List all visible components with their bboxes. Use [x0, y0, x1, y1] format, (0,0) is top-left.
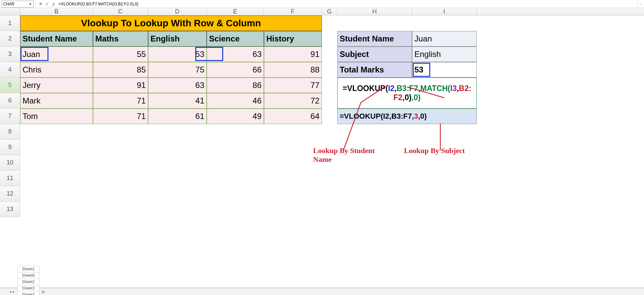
table-cell[interactable]: 91: [264, 47, 322, 62]
table-cell[interactable]: Mark: [20, 93, 93, 109]
lookup-marks-label[interactable]: Total Marks: [337, 62, 412, 78]
sheet-tab-bar: ◂ ▸ Sheet1Sheet6Sheet2Sheet3Sheet4ShoesS…: [0, 288, 644, 295]
row-header-2[interactable]: 2: [0, 31, 20, 47]
tab-next-icon[interactable]: ▸: [13, 289, 15, 294]
formula-2-text: =VLOOKUP(I2,B3:F7,3,0): [340, 112, 427, 121]
col-header-I[interactable]: I: [412, 8, 477, 16]
table-cell[interactable]: 85: [93, 62, 148, 78]
confirm-icon[interactable]: ✓: [44, 1, 50, 7]
formula-display-1[interactable]: =VLOOKUP(I2,B3:F7,MATCH(I3,B2: F2,0),0): [337, 78, 477, 109]
table-cell[interactable]: 72: [264, 93, 322, 109]
col-header-F[interactable]: F: [264, 8, 322, 16]
table-cell[interactable]: 53: [148, 47, 207, 62]
row-header-6[interactable]: 6: [0, 93, 20, 109]
tab-nav: ◂ ▸: [7, 289, 18, 294]
table-cell[interactable]: 71: [93, 109, 148, 124]
col-header-student[interactable]: Student Name: [20, 31, 93, 47]
col-header-english[interactable]: English: [148, 31, 207, 47]
col-header-E[interactable]: E: [207, 8, 264, 16]
expand-formula-bar-icon[interactable]: ⌄: [637, 1, 643, 7]
table-cell[interactable]: 41: [148, 93, 207, 109]
table-title[interactable]: Vlookup To Lookup With Row & Column: [20, 16, 322, 31]
row-header-7[interactable]: 7: [0, 109, 20, 124]
table-cell[interactable]: 55: [93, 47, 148, 62]
table-cell[interactable]: 71: [93, 93, 148, 109]
row-header-1[interactable]: 1: [0, 16, 20, 31]
table-cell[interactable]: 46: [207, 93, 264, 109]
sheet-tab-sheet2[interactable]: Sheet2: [18, 278, 39, 285]
col-header-D[interactable]: D: [148, 8, 207, 16]
col-header-blank[interactable]: [477, 8, 644, 16]
name-box[interactable]: CHAR ▾: [1, 1, 34, 7]
row-header-8[interactable]: 8: [0, 124, 20, 140]
table-cell[interactable]: 63: [148, 78, 207, 93]
table-cell[interactable]: 75: [148, 62, 207, 78]
col-header-G[interactable]: G: [322, 8, 337, 16]
table-cell[interactable]: 91: [93, 78, 148, 93]
table-cell[interactable]: 64: [264, 109, 322, 124]
select-all-corner[interactable]: [0, 8, 20, 16]
row-header-9[interactable]: 9: [0, 140, 20, 155]
row-header-13[interactable]: 13: [0, 202, 20, 217]
table-cell[interactable]: Chris: [20, 62, 93, 78]
fx-icon[interactable]: fx: [50, 1, 57, 7]
table-cell[interactable]: 88: [264, 62, 322, 78]
spreadsheet-grid: BCDEFGHI 12345678910111213 Vlookup To Lo…: [0, 8, 644, 288]
table-cell[interactable]: 77: [264, 78, 322, 93]
lookup-marks-value[interactable]: 53: [412, 62, 477, 78]
annotation-lookup-student: Lookup By Student Name: [313, 146, 380, 164]
column-headers: BCDEFGHI: [0, 8, 644, 16]
row-header-10[interactable]: 10: [0, 155, 20, 171]
formula-input[interactable]: [57, 1, 637, 7]
cancel-icon[interactable]: ✕: [37, 1, 44, 7]
row-header-11[interactable]: 11: [0, 171, 20, 186]
dropdown-icon[interactable]: ▾: [28, 2, 33, 6]
separator: ⋮: [34, 1, 37, 6]
formula-display-2[interactable]: =VLOOKUP(I2,B3:F7,3,0): [337, 109, 477, 124]
sheet-tab-sheet3[interactable]: Sheet3: [18, 285, 39, 291]
table-cell[interactable]: 66: [207, 62, 264, 78]
sheet-tab-sheet6[interactable]: Sheet6: [18, 272, 39, 278]
formula-colored-text: =VLOOKUP(I2,B3:F7,MATCH(I3,B2:: [343, 84, 471, 93]
add-sheet-icon[interactable]: ⊕: [40, 289, 46, 294]
lookup-subject-value[interactable]: English: [412, 47, 477, 62]
tab-prev-icon[interactable]: ◂: [9, 289, 11, 294]
table-cell[interactable]: 61: [148, 109, 207, 124]
table-cell[interactable]: 86: [207, 78, 264, 93]
row-headers: 12345678910111213: [0, 16, 20, 217]
formula-bar: CHAR ▾ ⋮ ✕ ✓ fx ⌄: [0, 0, 644, 8]
row-header-5[interactable]: 5: [0, 78, 20, 93]
row-header-4[interactable]: 4: [0, 62, 20, 78]
table-cell[interactable]: Jerry: [20, 78, 93, 93]
sheet-tab-sheet4[interactable]: Sheet4: [18, 291, 39, 295]
lookup-student-value[interactable]: Juan: [412, 31, 477, 47]
col-header-H[interactable]: H: [337, 8, 412, 16]
table-cell[interactable]: Juan: [20, 47, 93, 62]
annotation-lookup-subject: Lookup By Subject: [404, 146, 465, 155]
lookup-subject-label[interactable]: Subject: [337, 47, 412, 62]
lookup-student-label[interactable]: Student Name: [337, 31, 412, 47]
table-cell[interactable]: 63: [207, 47, 264, 62]
sheet-tab-sheet1[interactable]: Sheet1: [18, 266, 39, 272]
row-header-3[interactable]: 3: [0, 47, 20, 62]
row-header-12[interactable]: 12: [0, 186, 20, 202]
col-header-C[interactable]: C: [93, 8, 148, 16]
col-header-maths[interactable]: Maths: [93, 31, 148, 47]
table-cell[interactable]: Tom: [20, 109, 93, 124]
formula-colored-text-2: F2,0),0): [394, 93, 421, 102]
name-box-text: CHAR: [3, 2, 14, 6]
table-cell[interactable]: 49: [207, 109, 264, 124]
col-header-history[interactable]: History: [264, 31, 322, 47]
col-header-B[interactable]: B: [20, 8, 93, 16]
col-header-science[interactable]: Science: [207, 31, 264, 47]
